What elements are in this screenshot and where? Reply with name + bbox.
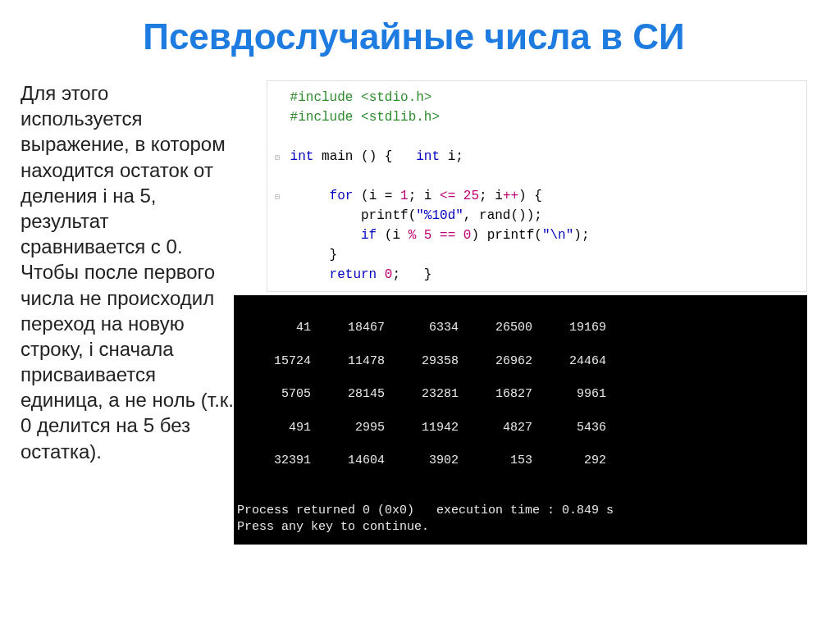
slide-title: Псевдослучайные числа в СИ — [21, 16, 807, 57]
code-printf: printf("%10d", rand()); — [361, 208, 542, 223]
console-row: 32391146043902153292 — [237, 453, 804, 469]
console-output: 411846763342650019169 157241147829358269… — [234, 295, 807, 545]
code-main-decl: int main () { int i; — [290, 149, 463, 164]
code-brace-close: } — [330, 248, 338, 262]
code-listing: #include <stdio.h> #include <stdlib.h> ⊟… — [267, 80, 807, 292]
code-include-1: #include <stdio.h> — [290, 90, 432, 105]
console-row: 1572411478293582696224464 — [237, 353, 804, 370]
console-row: 57052814523281168279961 — [237, 386, 804, 403]
code-for: for (i = 1; i <= 25; i++) { — [330, 189, 542, 203]
explanation-paragraph: Для этого используется выражение, в кото… — [21, 80, 234, 545]
code-if: if (i % 5 == 0) printf("\n"); — [361, 228, 589, 243]
console-row: 49129951194248275436 — [237, 420, 804, 436]
console-row: 411846763342650019169 — [237, 320, 804, 336]
console-status: Process returned 0 (0x0) execution time … — [237, 504, 614, 517]
console-prompt: Press any key to continue. — [237, 520, 429, 534]
code-return: return 0; } — [330, 267, 432, 282]
code-include-2: #include <stdlib.h> — [290, 110, 440, 125]
